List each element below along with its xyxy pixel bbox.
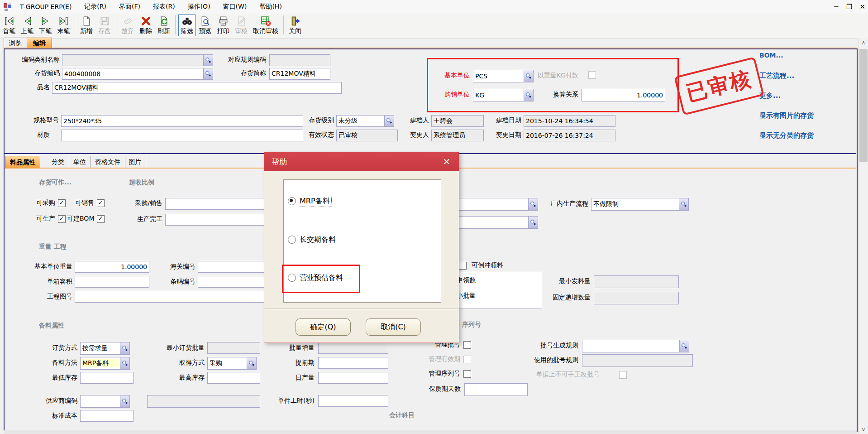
item-name-field[interactable]: CR12MOV精料 <box>52 82 342 94</box>
new-button[interactable]: 新增 <box>78 14 95 36</box>
close-icon[interactable]: ✕ <box>859 3 865 11</box>
max-stock-field[interactable] <box>207 372 260 384</box>
bom-link[interactable]: BOM... <box>759 52 783 59</box>
subtab-unit[interactable]: 单位 <box>69 156 91 168</box>
dialog-title: 帮助 <box>272 157 287 167</box>
subtab-qualification[interactable]: 资格文件 <box>91 156 125 168</box>
batch-rule-field[interactable] <box>582 340 689 352</box>
supplier-field[interactable] <box>80 395 130 408</box>
menu-app[interactable]: T-GROUP ERP(E) <box>14 3 78 10</box>
preview-button[interactable]: 预览 <box>196 14 214 36</box>
horizontal-scrollbar[interactable] <box>4 430 857 434</box>
cancel-approve-button[interactable]: 取消审核 <box>251 14 281 36</box>
item-name-label: 品名 <box>32 83 50 92</box>
refresh-button[interactable]: 刷新 <box>155 14 172 36</box>
subtab-category[interactable]: 分类 <box>47 156 69 168</box>
base-weight-field[interactable]: 1.00000 <box>75 261 149 273</box>
scroll-down-icon[interactable]: ∨ <box>858 425 868 434</box>
lookup-icon[interactable] <box>120 357 129 369</box>
min-stock-field[interactable] <box>80 372 134 384</box>
shelf-life-field[interactable] <box>464 383 528 396</box>
subtab-image[interactable]: 图片 <box>124 156 146 168</box>
dialog-close-icon[interactable]: ✕ <box>441 156 453 168</box>
std-cost-field[interactable] <box>80 410 134 422</box>
long-lead-prep-radio[interactable] <box>288 236 296 244</box>
purchasable-checkbox[interactable] <box>58 199 66 207</box>
lookup-icon[interactable] <box>203 68 213 79</box>
spec-field[interactable]: 250*240*35 <box>61 115 303 127</box>
lookup-icon[interactable] <box>247 357 256 369</box>
lookup-icon[interactable] <box>528 198 538 210</box>
lookup-icon[interactable] <box>203 55 213 66</box>
ok-button[interactable]: 确定(Q) <box>296 318 351 336</box>
next-record-button[interactable]: 下笔 <box>37 14 54 36</box>
process-flow-link[interactable]: 工艺流程... <box>759 72 794 80</box>
print-button[interactable]: 打印 <box>215 14 232 36</box>
lookup-icon[interactable] <box>524 70 533 82</box>
mrp-prep-radio[interactable] <box>288 197 296 205</box>
menu-help[interactable]: 帮助(H) <box>253 3 288 11</box>
first-record-button[interactable]: 首笔 <box>0 14 18 36</box>
level-field[interactable]: 未分级 <box>336 115 394 127</box>
scrollbar-thumb[interactable] <box>859 49 868 162</box>
bom-checkbox[interactable] <box>97 215 105 223</box>
cancel-button[interactable]: 取消(C) <box>366 318 421 336</box>
material-field[interactable] <box>61 130 303 141</box>
backflush-checkbox[interactable] <box>459 262 467 270</box>
show-with-images-link[interactable]: 显示有图片的存货 <box>759 111 814 120</box>
menu-operation[interactable]: 操作(O) <box>181 3 217 11</box>
menu-interface[interactable]: 界面(F) <box>113 3 147 11</box>
manage-batch-checkbox[interactable] <box>463 341 471 349</box>
subtab-item-attributes[interactable]: 料品属性 <box>5 156 40 168</box>
min-order-label: 最小订货批量 <box>137 344 205 352</box>
base-unit-field[interactable]: PCS <box>473 70 534 82</box>
tab-browse[interactable]: 浏览 <box>4 38 27 48</box>
unit-hours-field[interactable] <box>318 395 388 407</box>
minimize-icon[interactable]: − <box>833 3 839 11</box>
scroll-up-icon[interactable]: ∧ <box>858 38 868 47</box>
prep-method-field[interactable]: MRP备料 <box>80 357 130 370</box>
acquire-field[interactable]: 采购 <box>207 357 257 370</box>
close-form-button[interactable]: 关闭 <box>286 14 304 36</box>
lookup-icon[interactable] <box>120 395 129 407</box>
factory-flow-field[interactable]: 不做限制 <box>591 198 689 211</box>
restore-icon[interactable]: ❒ <box>846 3 852 11</box>
box-volume-field[interactable] <box>75 276 149 288</box>
item-code-field[interactable]: 400400008 <box>62 68 213 80</box>
menu-record[interactable]: 记录(R) <box>78 3 113 11</box>
menu-report[interactable]: 报表(R) <box>147 3 181 11</box>
tab-edit[interactable]: 编辑 <box>27 38 52 48</box>
toolbar-label: 打印 <box>217 27 229 35</box>
manage-serial-label: 管理序列号 <box>422 370 460 378</box>
delete-button[interactable]: 删除 <box>137 14 154 36</box>
code-category-field[interactable] <box>62 54 213 66</box>
conversion-field[interactable]: 1.00000 <box>582 89 665 101</box>
last-record-button[interactable]: 末笔 <box>55 14 72 36</box>
dialog-title-bar[interactable]: 帮助 <box>264 152 459 171</box>
business-forecast-prep-label[interactable]: 营业预估备料 <box>300 273 343 283</box>
lookup-icon[interactable] <box>528 217 538 228</box>
lookup-icon[interactable] <box>384 116 394 126</box>
business-forecast-prep-radio[interactable] <box>288 274 296 282</box>
lookup-icon[interactable] <box>679 340 689 352</box>
lookup-icon[interactable] <box>679 198 688 210</box>
lead-time-field[interactable] <box>318 357 388 369</box>
vertical-scrollbar[interactable]: ∧ ∨ <box>858 38 868 434</box>
item-abbr-field[interactable]: CR12MOV精料 <box>269 68 330 80</box>
filter-button[interactable]: 筛选 <box>178 14 196 36</box>
drawing-label: 工程图号 <box>40 293 72 301</box>
lookup-icon[interactable] <box>524 89 533 101</box>
producible-checkbox[interactable] <box>58 215 66 223</box>
prev-record-button[interactable]: 上笔 <box>19 14 36 36</box>
long-lead-prep-label[interactable]: 长交期备料 <box>300 235 336 245</box>
mrp-prep-label[interactable]: MRP备料 <box>298 196 331 207</box>
trade-unit-field[interactable]: KG <box>473 89 534 101</box>
order-mode-field[interactable]: 按需求量 <box>80 342 130 355</box>
sellable-checkbox[interactable] <box>97 199 105 207</box>
lookup-icon[interactable] <box>120 342 129 354</box>
level-label: 存货级别 <box>300 116 334 125</box>
show-unclassified-link[interactable]: 显示无分类的存货 <box>759 131 814 140</box>
menu-window[interactable]: 窗口(W) <box>217 3 253 11</box>
manage-serial-checkbox[interactable] <box>463 370 471 378</box>
daily-output-field[interactable] <box>318 372 388 384</box>
